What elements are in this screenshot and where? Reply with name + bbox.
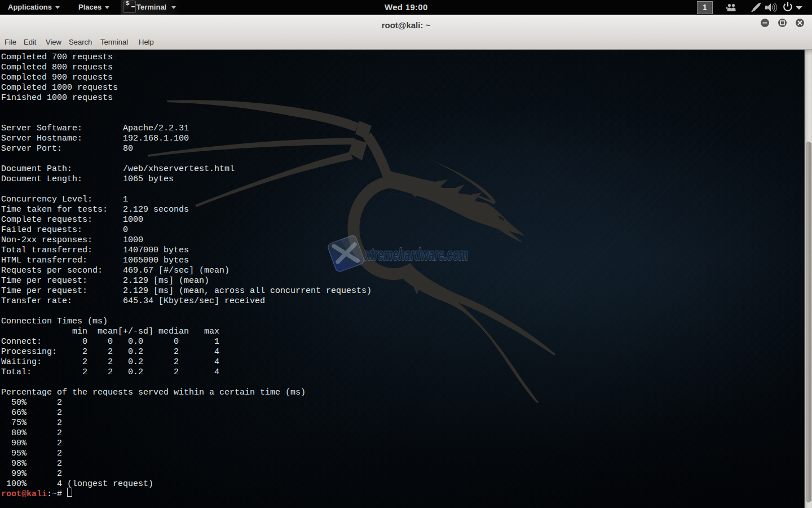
svg-text:xtremehardware.com: xtremehardware.com: [364, 246, 468, 264]
